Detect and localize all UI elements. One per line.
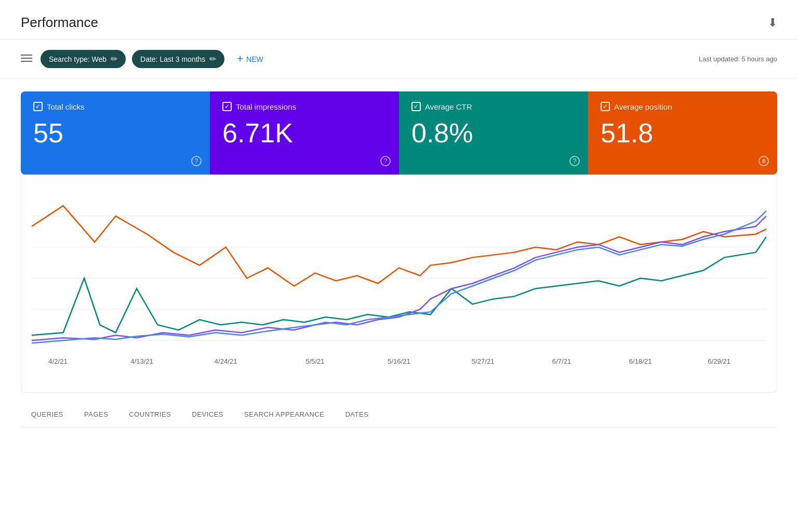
plus-icon: + [237, 53, 243, 65]
metric-checkbox-clicks[interactable]: ✓ [33, 102, 43, 111]
date-chip[interactable]: Date: Last 3 months ✏ [132, 50, 224, 68]
metric-checkbox-position[interactable]: ✓ [601, 102, 610, 111]
metric-name-impressions: Total impressions [236, 102, 296, 111]
bottom-tabs: QUERIES PAGES COUNTRIES DEVICES SEARCH A… [21, 403, 777, 428]
svg-text:5/5/21: 5/5/21 [305, 357, 324, 365]
page-title: Performance [21, 15, 98, 31]
metric-checkbox-impressions[interactable]: ✓ [222, 102, 232, 111]
metric-label-row-impressions: ✓ Total impressions [222, 102, 387, 111]
tab-devices[interactable]: DEVICES [181, 403, 234, 427]
metric-value-clicks: 55 [33, 119, 197, 147]
metric-info-clicks[interactable]: ? [191, 156, 202, 166]
download-icon[interactable]: ⬇ [768, 16, 777, 30]
tab-search-appearance[interactable]: SEARCH APPEARANCE [234, 403, 335, 427]
metric-name-ctr: Average CTR [425, 102, 472, 111]
metric-card-clicks[interactable]: ✓ Total clicks 55 ? [21, 91, 210, 175]
tab-dates[interactable]: DATES [335, 403, 379, 427]
svg-text:4/2/21: 4/2/21 [48, 357, 67, 365]
metric-label-row-position: ✓ Average position [601, 102, 765, 111]
metric-card-impressions[interactable]: ✓ Total impressions 6.71K ? [210, 91, 399, 175]
metric-card-ctr[interactable]: ✓ Average CTR 0.8% ? [399, 91, 588, 175]
metric-value-position: 51.8 [601, 119, 765, 147]
metric-name-position: Average position [614, 102, 672, 111]
search-type-chip[interactable]: Search type: Web ✏ [41, 50, 126, 68]
new-button[interactable]: + NEW [231, 49, 269, 69]
svg-text:4/24/21: 4/24/21 [215, 357, 237, 365]
metric-label-row: ✓ Total clicks [33, 102, 197, 111]
metric-value-ctr: 0.8% [411, 119, 576, 147]
svg-text:4/13/21: 4/13/21 [130, 357, 153, 365]
tab-countries[interactable]: COUNTRIES [118, 403, 181, 427]
performance-chart: 4/2/21 4/13/21 4/24/21 5/5/21 5/16/21 5/… [32, 185, 766, 371]
svg-text:6/18/21: 6/18/21 [629, 357, 652, 365]
svg-text:6/7/21: 6/7/21 [552, 357, 571, 365]
edit-icon: ✏ [111, 54, 117, 64]
svg-text:5/16/21: 5/16/21 [388, 357, 410, 365]
metric-value-impressions: 6.71K [222, 119, 387, 147]
page-container: Performance ⬇ Search type: Web ✏ Date: L… [0, 0, 798, 532]
metric-info-ctr[interactable]: ? [569, 156, 580, 166]
metric-card-position[interactable]: ✓ Average position 51.8 ⏸ [588, 91, 777, 175]
tab-pages[interactable]: PAGES [74, 403, 118, 427]
edit-icon-date: ✏ [209, 54, 216, 64]
metric-info-position[interactable]: ⏸ [759, 156, 769, 166]
metric-info-impressions[interactable]: ? [380, 156, 391, 166]
chart-container: 4/2/21 4/13/21 4/24/21 5/5/21 5/16/21 5/… [21, 175, 777, 393]
metrics-container: ✓ Total clicks 55 ? ✓ Total impressions … [21, 91, 777, 175]
last-updated: Last updated: 5 hours ago [699, 55, 777, 63]
header: Performance ⬇ [0, 0, 798, 39]
metric-checkbox-ctr[interactable]: ✓ [411, 102, 421, 111]
metric-label-row-ctr: ✓ Average CTR [411, 102, 576, 111]
svg-text:5/27/21: 5/27/21 [472, 357, 495, 365]
toolbar: Search type: Web ✏ Date: Last 3 months ✏… [0, 39, 798, 79]
svg-text:6/29/21: 6/29/21 [708, 357, 730, 365]
metric-name-clicks: Total clicks [47, 102, 85, 111]
tab-queries[interactable]: QUERIES [21, 403, 74, 427]
filter-icon[interactable] [21, 53, 32, 65]
